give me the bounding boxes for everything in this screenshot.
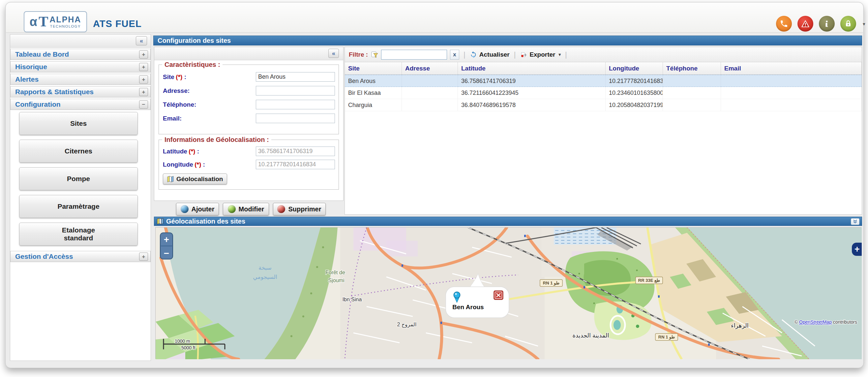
app-header: α T ALPHA TECHNOLOGY ATS FUEL ▾ bbox=[6, 3, 863, 33]
latitude-input[interactable] bbox=[256, 146, 335, 156]
map-label-mourouj: المروج 2 bbox=[397, 322, 417, 328]
table-row-charguia[interactable]: Charguia 36.84074689619578 10.2058048203… bbox=[345, 99, 862, 111]
table-header-row: Site Adresse Latitude Longitude Téléphon… bbox=[345, 62, 862, 75]
map-zoom-control[interactable]: + − bbox=[160, 233, 173, 259]
panel-title-configuration-des-sites: Configuration des sites bbox=[153, 36, 862, 45]
export-icon bbox=[520, 51, 527, 58]
form-collapse-button[interactable]: « bbox=[328, 49, 339, 58]
sidebar-collapse-button[interactable]: « bbox=[136, 36, 147, 45]
filter-label: Filtre : bbox=[349, 51, 368, 58]
fieldset-legend: Informations de Géolocalisation : bbox=[162, 136, 271, 143]
svg-text:RN 1 طو: RN 1 طو bbox=[658, 335, 675, 340]
expand-icon[interactable]: + bbox=[139, 50, 148, 59]
openstreetmap-link[interactable]: OpenStreetMap bbox=[799, 319, 832, 324]
sidebar-button-sites[interactable]: Sites bbox=[19, 112, 138, 135]
collapse-icon[interactable]: − bbox=[139, 100, 148, 109]
modify-icon bbox=[228, 205, 236, 213]
sidebar-button-etalonage-standard[interactable]: Etalonage standard bbox=[19, 222, 138, 246]
expand-icon[interactable]: + bbox=[139, 75, 148, 83]
form-topbar: « bbox=[154, 47, 343, 60]
map-label-lake-ar-1: سبخة bbox=[258, 265, 271, 271]
collapse-chevrons-icon bbox=[853, 219, 858, 224]
sidebar-topbar: « bbox=[10, 35, 151, 48]
popup-close-button[interactable] bbox=[494, 291, 503, 300]
longitude-label: Longitude (*) : bbox=[163, 161, 205, 168]
column-header-email[interactable]: Email bbox=[721, 62, 862, 74]
expand-icon[interactable]: + bbox=[139, 252, 148, 261]
logo-alpha-symbol: α bbox=[30, 15, 37, 28]
sidebar-item-configuration[interactable]: Configuration − bbox=[10, 99, 151, 110]
telephone-input[interactable] bbox=[256, 100, 335, 109]
map-canvas[interactable]: سبخة السيجومي Forêt de Sjoumi Ibn Sina ا… bbox=[155, 227, 861, 359]
modifier-button[interactable]: Modifier bbox=[223, 203, 269, 215]
info-icon[interactable] bbox=[819, 16, 835, 32]
geolocalisation-button[interactable]: Géolocalisation bbox=[163, 173, 227, 184]
sidebar-item-tableau-de-bord[interactable]: Tableau de Bord + bbox=[10, 49, 151, 60]
add-globe-icon bbox=[181, 205, 189, 213]
fieldset-caracteristiques: Caractèristiques : Site (*) : Adresse: T… bbox=[159, 65, 339, 134]
sidebar-item-gestion-acces[interactable]: Gestion d'Accèss + bbox=[10, 251, 151, 262]
sidebar-item-alertes[interactable]: Alertes + bbox=[10, 74, 151, 85]
refresh-icon bbox=[470, 51, 477, 58]
svg-text:5000 ft: 5000 ft bbox=[181, 345, 195, 350]
map-attribution: © OpenStreetMap contributors bbox=[795, 319, 857, 324]
map-label-zahra: الزهراء bbox=[731, 322, 748, 329]
page-title: ATS FUEL bbox=[93, 19, 142, 29]
svg-text:1000 m: 1000 m bbox=[175, 339, 190, 344]
sidebar-button-citernes[interactable]: Citernes bbox=[19, 140, 138, 163]
sidebar-item-rapports-statistiques[interactable]: Rapports & Statistiques + bbox=[10, 86, 151, 98]
map-panel-header: Géolocalisation des sites bbox=[154, 217, 862, 226]
column-header-latitude[interactable]: Latitude bbox=[458, 62, 606, 74]
table-row-ben-arous[interactable]: Ben Arous 36.75861741706319 10.217778201… bbox=[345, 75, 862, 87]
delete-icon bbox=[277, 205, 285, 213]
zoom-out-button[interactable]: − bbox=[164, 248, 169, 259]
site-input[interactable] bbox=[256, 72, 335, 82]
filter-funnel-icon bbox=[371, 51, 378, 58]
email-label: Email: bbox=[163, 115, 182, 122]
svg-text:RN 1 طو: RN 1 طو bbox=[543, 280, 559, 286]
map-collapse-button[interactable] bbox=[851, 218, 860, 225]
longitude-input[interactable] bbox=[256, 160, 335, 169]
lock-icon[interactable] bbox=[840, 16, 856, 32]
logo-t-letter: T bbox=[38, 16, 48, 27]
column-header-adresse[interactable]: Adresse bbox=[402, 62, 458, 74]
svg-text:+: + bbox=[855, 244, 860, 254]
table-row-bir-el-kasaa[interactable]: Bir El Kasaa 36.721166041223945 10.23460… bbox=[345, 87, 862, 99]
expand-icon[interactable]: + bbox=[139, 63, 148, 71]
supprimer-button[interactable]: Supprimer bbox=[273, 203, 326, 215]
table-toolbar: Filtre : x | Actualiser | Exporter ▾ | bbox=[345, 47, 862, 62]
expand-icon[interactable]: + bbox=[139, 88, 148, 96]
column-header-site[interactable]: Site bbox=[345, 62, 402, 74]
map-layers-button[interactable]: + bbox=[852, 243, 862, 256]
alert-icon[interactable] bbox=[798, 16, 813, 32]
adresse-label: Adresse: bbox=[163, 87, 190, 95]
fieldset-geolocalisation: Informations de Géolocalisation : Latitu… bbox=[159, 140, 339, 190]
map-label-medina-jadida: المدينة الجديدة bbox=[572, 332, 609, 339]
sidebar-button-pompe[interactable]: Pompe bbox=[19, 167, 138, 190]
user-menu-caret[interactable]: ▾ bbox=[863, 21, 865, 27]
logo-company-sub: TECHNOLOGY bbox=[50, 24, 81, 28]
column-header-telephone[interactable]: Téléphone bbox=[663, 62, 721, 74]
map-icon bbox=[167, 176, 174, 182]
svg-text:RR 33E طع: RR 33E طع bbox=[638, 278, 660, 283]
export-caret-icon: ▾ bbox=[559, 52, 561, 57]
exporter-button[interactable]: Exporter ▾ bbox=[520, 51, 561, 58]
road-badge-rr33e: RR 33E طع bbox=[636, 277, 662, 284]
filter-clear-button[interactable]: x bbox=[450, 50, 459, 60]
zoom-in-button[interactable]: + bbox=[164, 234, 169, 245]
popup-site-name: Ben Arous bbox=[452, 304, 484, 310]
adresse-input[interactable] bbox=[256, 86, 335, 96]
road-badge-rn1-b: RN 1 طو bbox=[655, 334, 678, 340]
map-label-forest-2: Sjoumi bbox=[328, 278, 344, 283]
sidebar-button-parametrage[interactable]: Paramètrage bbox=[19, 195, 138, 218]
company-logo: α T ALPHA TECHNOLOGY bbox=[24, 11, 87, 32]
ajouter-button[interactable]: Ajouter bbox=[176, 203, 219, 215]
map-icon bbox=[157, 218, 163, 225]
email-input[interactable] bbox=[256, 113, 335, 123]
phone-icon[interactable] bbox=[776, 16, 792, 32]
column-header-longitude[interactable]: Longitude bbox=[606, 62, 663, 74]
sidebar-item-historique[interactable]: Hisorique + bbox=[10, 61, 151, 72]
map-label-lake-ar-2: السيجومي bbox=[253, 274, 277, 280]
actualiser-button[interactable]: Actualiser bbox=[470, 51, 510, 58]
filter-input[interactable] bbox=[381, 50, 447, 60]
